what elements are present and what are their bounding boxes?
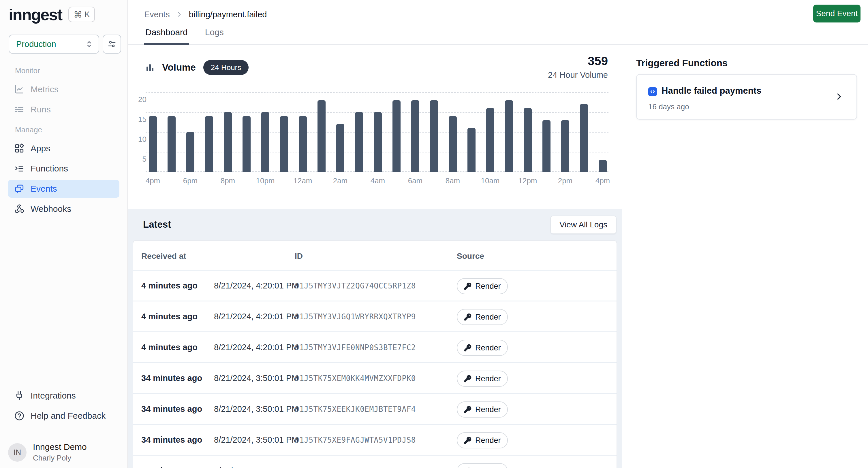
user-org: Inngest Demo [33, 442, 87, 452]
source-badge[interactable]: Render [457, 371, 508, 387]
x-axis-tick: 2am [327, 176, 353, 185]
volume-bar [243, 116, 251, 172]
function-card[interactable]: Handle failed payments 16 days ago [636, 74, 857, 120]
event-id: 01J5TJWVXYWBBNH9KE9ZTZ05W0 [295, 467, 416, 468]
x-axis-tick: 8am [440, 176, 466, 185]
breadcrumb-events[interactable]: Events [144, 10, 170, 19]
sidebar-item-integrations[interactable]: Integrations [8, 387, 119, 405]
table-row[interactable]: 4 minutes ago 8/21/2024, 4:20:01 PM 01J5… [133, 271, 617, 301]
x-axis-tick: 4pm [590, 176, 616, 185]
received-datetime: 8/21/2024, 3:40:01 PM [214, 466, 299, 468]
table-row[interactable]: 44 minutes ago 8/21/2024, 3:40:01 PM 01J… [133, 456, 617, 468]
volume-bar [430, 100, 438, 172]
sidebar-item-runs[interactable]: Runs [8, 101, 119, 119]
received-datetime: 8/21/2024, 3:50:01 PM [214, 373, 299, 383]
event-id: 01J5TMY3VJTZ2QG74QCC5RP1Z8 [295, 281, 416, 290]
inngest-logo: inngest [9, 5, 62, 24]
x-axis-tick: 6pm [177, 176, 203, 185]
function-last-triggered: 16 days ago [648, 102, 689, 111]
tab-logs[interactable]: Logs [204, 27, 225, 45]
source-badge[interactable]: Render [457, 309, 508, 325]
sliders-icon [107, 40, 116, 48]
y-axis-tick: 10 [128, 135, 147, 144]
table-row[interactable]: 34 minutes ago 8/21/2024, 3:50:01 PM 01J… [133, 425, 617, 456]
command-icon: ⌘ [73, 9, 82, 20]
volume-bar [205, 116, 213, 172]
table-row[interactable]: 4 minutes ago 8/21/2024, 4:20:01 PM 01J5… [133, 301, 617, 332]
volume-bar [449, 116, 457, 172]
function-name: Handle failed payments [661, 86, 761, 96]
code-icon [648, 87, 657, 96]
x-axis-tick: 6am [402, 176, 428, 185]
sidebar-item-help-feedback[interactable]: Help and Feedback [8, 407, 119, 425]
x-axis-tick: 4am [365, 176, 391, 185]
webhook-icon [14, 204, 24, 214]
received-relative: 34 minutes ago [141, 435, 202, 445]
received-datetime: 8/21/2024, 4:20:01 PM [214, 343, 299, 352]
source-badge[interactable]: Render [457, 401, 508, 417]
volume-bar [467, 128, 475, 172]
source-name: Render [475, 374, 501, 383]
table-row[interactable]: 34 minutes ago 8/21/2024, 3:50:01 PM 01J… [133, 394, 617, 425]
table-row[interactable]: 4 minutes ago 8/21/2024, 4:20:01 PM 01J5… [133, 332, 617, 363]
tab-dashboard[interactable]: Dashboard [144, 27, 189, 45]
environment-settings-button[interactable] [103, 35, 121, 54]
environment-value: Production [16, 39, 85, 49]
source-name: Render [475, 343, 501, 353]
source-name: Render [475, 282, 501, 291]
volume-bar [280, 116, 288, 172]
chevron-up-down-icon [85, 40, 93, 48]
time-range-badge[interactable]: 24 Hours [203, 60, 249, 75]
volume-total: 359 [548, 54, 608, 68]
received-datetime: 8/21/2024, 4:20:01 PM [214, 281, 299, 291]
sidebar-item-label: Metrics [31, 85, 59, 94]
environment-select[interactable]: Production [9, 35, 99, 54]
key-icon [464, 313, 472, 321]
source-name: Render [475, 405, 501, 414]
avatar: IN [8, 443, 27, 462]
source-badge[interactable]: Render [457, 278, 508, 294]
volume-bar [224, 112, 232, 172]
sidebar-item-events[interactable]: Events [8, 180, 119, 198]
key-icon [464, 375, 472, 383]
volume-bar-chart [146, 92, 609, 172]
source-badge[interactable]: Render [457, 463, 508, 468]
send-event-button[interactable]: Send Event [813, 5, 861, 23]
latest-section: Latest View All Logs Received at ID Sour… [128, 209, 622, 468]
plug-icon [14, 391, 24, 401]
source-badge[interactable]: Render [457, 340, 508, 356]
received-datetime: 8/21/2024, 4:20:01 PM [214, 312, 299, 321]
nav-section-manage: Manage [15, 125, 119, 134]
volume-bar [393, 100, 401, 172]
source-badge[interactable]: Render [457, 432, 508, 448]
key-icon [464, 436, 472, 444]
user-menu[interactable]: IN Inngest Demo Charly Poly [8, 442, 87, 463]
chevron-right-icon [176, 11, 183, 18]
volume-bar [599, 160, 607, 172]
volume-bar [261, 112, 269, 172]
table-row[interactable]: 34 minutes ago 8/21/2024, 3:50:01 PM 01J… [133, 363, 617, 394]
event-id: 01J5TMY3VJFE0NNP0S3BTE7FC2 [295, 343, 416, 352]
source-name: Render [475, 467, 501, 468]
x-axis-tick: 12am [290, 176, 316, 185]
sidebar-item-functions[interactable]: Functions [8, 160, 119, 177]
x-axis-tick: 4pm [140, 176, 166, 185]
sidebar-item-webhooks[interactable]: Webhooks [8, 200, 119, 218]
event-id: 01J5TK75XEEKJK0EMJBTET9AF4 [295, 405, 416, 413]
volume-bar [317, 100, 326, 172]
sidebar-footer-nav: Integrations Help and Feedback [8, 387, 119, 427]
sidebar-item-label: Runs [31, 105, 51, 114]
view-all-logs-button[interactable]: View All Logs [550, 215, 617, 234]
breadcrumb-current: billing/payment.failed [189, 10, 267, 19]
volume-bar [411, 100, 419, 172]
y-axis-tick: 15 [128, 115, 147, 124]
received-relative: 34 minutes ago [141, 404, 202, 414]
x-axis-tick: 12pm [515, 176, 541, 185]
command-k-shortcut[interactable]: ⌘ K [68, 7, 95, 22]
chart-line-icon [14, 85, 24, 94]
received-relative: 34 minutes ago [141, 373, 202, 383]
events-windows-icon [14, 184, 24, 194]
sidebar-item-metrics[interactable]: Metrics [8, 80, 119, 98]
sidebar-item-apps[interactable]: Apps [8, 139, 119, 157]
sidebar: inngest ⌘ K Production Monitor Metrics [0, 0, 128, 468]
